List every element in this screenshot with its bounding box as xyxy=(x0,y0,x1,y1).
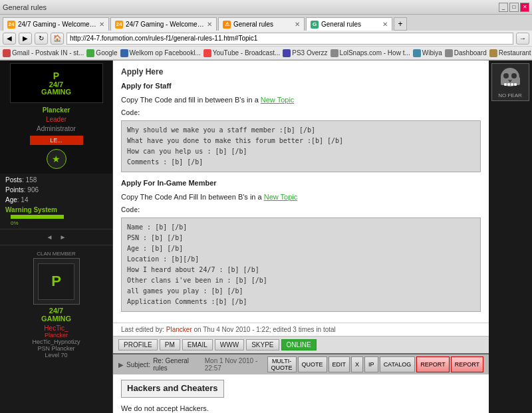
post1-footer: Last edited by: Plancker on Thu 4 Nov 20… xyxy=(113,323,489,336)
multi-quote-button[interactable]: MULTI-QUOTE xyxy=(267,356,297,372)
online-button[interactable]: ONLINE xyxy=(281,339,317,350)
staff-instruction: Copy The Code and fill in between B's in… xyxy=(121,94,481,106)
quote-button[interactable]: QUOTE xyxy=(298,356,327,372)
user2-avatar: P xyxy=(33,258,80,305)
post1-main-heading: Apply Here xyxy=(121,66,481,78)
user1-posts: 158 xyxy=(26,176,37,184)
arrow-right-icon[interactable]: ► xyxy=(60,233,66,241)
user1-avatar: ★ xyxy=(47,149,66,169)
tab-favicon-1: 24 xyxy=(7,21,15,29)
clan-label: CLAN MEMBER xyxy=(5,251,107,257)
refresh-button[interactable]: ↻ xyxy=(35,33,48,45)
bookmark-lol[interactable]: LolSnaps.com - How t... xyxy=(331,49,410,57)
post1-section: Apply Here Apply for Staff Copy The Code… xyxy=(113,61,489,354)
user1-points: 906 xyxy=(27,186,39,194)
address-input[interactable] xyxy=(66,33,513,45)
user2-psn-label: PSN Plancker xyxy=(5,345,107,352)
logo-brand: 24/7GAMING xyxy=(41,81,71,96)
pm-button[interactable]: PM xyxy=(160,339,180,350)
user1-role: Leader xyxy=(37,115,76,124)
post2-section: Hackers and Cheaters We do not accept Ha… xyxy=(113,374,489,413)
post2-header: ▶ Subject: Re: General rules Mon 1 Nov 2… xyxy=(113,354,489,374)
bookmark-dash[interactable]: Dashboard xyxy=(445,49,487,57)
user1-role2: Administrator xyxy=(37,124,76,134)
svg-point-4 xyxy=(511,73,517,78)
member-new-topic-link[interactable]: New Topic xyxy=(264,193,298,201)
warning-bar xyxy=(11,215,64,219)
user2-block: CLAN MEMBER P 24/7GAMING HecTic_ Plancke… xyxy=(0,248,112,361)
skype-button[interactable]: SKYPE xyxy=(246,339,279,350)
member-heading: Apply For In-Game Member xyxy=(121,178,481,189)
user1-action-btn[interactable]: LE... xyxy=(30,136,83,145)
right-avatar-area: NO FEAR xyxy=(489,61,532,413)
browser-chrome: General rules _ □ ✕ 24 24/7 Gaming - Wel… xyxy=(0,0,532,61)
tab-4[interactable]: G General rules ✕ xyxy=(306,17,392,31)
profile-button[interactable]: PROFILE xyxy=(118,339,158,350)
bookmark-google[interactable]: Google xyxy=(86,49,117,57)
tab-2[interactable]: 24 24/7 Gaming - Welcome to... ✕ xyxy=(110,17,217,31)
tab-close-1[interactable]: ✕ xyxy=(99,21,104,28)
forward-button[interactable]: ▶ xyxy=(19,33,32,45)
sidebar-top: P 24/7GAMING Plancker Leader Administrat… xyxy=(0,61,112,174)
close-button[interactable]: ✕ xyxy=(520,3,529,12)
maximize-button[interactable]: □ xyxy=(509,3,519,12)
catalog-button[interactable]: CATALOG xyxy=(380,356,416,372)
go-button[interactable]: → xyxy=(516,33,529,45)
bookmark-icon-restaurant xyxy=(489,49,497,57)
user2-sub-name: HecTic_Hypnotizy xyxy=(5,339,107,345)
report-button-1[interactable]: REPORT xyxy=(416,356,449,372)
staff-new-topic-link[interactable]: New Topic xyxy=(261,96,295,104)
right-avatar-image: NO FEAR xyxy=(491,63,529,101)
bookmark-icon-yt xyxy=(203,49,211,57)
post1-body: Apply Here Apply for Staff Copy The Code… xyxy=(113,61,489,323)
tab-1[interactable]: 24 24/7 Gaming - Welcome to... ✕ xyxy=(3,17,109,31)
tab-3[interactable]: ⚠ General rules ✕ xyxy=(218,17,305,31)
home-button[interactable]: 🏠 xyxy=(51,33,64,45)
bookmark-icon-lol xyxy=(331,49,338,57)
post2-action-buttons: MULTI-QUOTE QUOTE EDIT X IP CATALOG REPO… xyxy=(267,356,483,372)
report-button-2[interactable]: REPORT xyxy=(451,356,483,372)
email-button[interactable]: EMAIL xyxy=(182,339,213,350)
user2-logo-text: P xyxy=(51,273,61,290)
minimize-button[interactable]: _ xyxy=(499,3,508,12)
bookmark-wibiya[interactable]: Wibiya xyxy=(413,49,442,57)
bookmark-ps3[interactable]: PS3 Overzz xyxy=(283,49,327,57)
post2-body: Hackers and Cheaters We do not accept Ha… xyxy=(113,374,489,413)
sidebar: P 24/7GAMING Plancker Leader Administrat… xyxy=(0,61,113,413)
post2-subject-text: Re: General rules xyxy=(153,357,197,372)
post2-date: Mon 1 Nov 2010 - 22:57 xyxy=(205,357,265,372)
bookmark-icon-dash xyxy=(445,49,453,57)
new-tab-button[interactable]: + xyxy=(394,17,407,31)
tab-close-2[interactable]: ✕ xyxy=(207,21,212,28)
warning-section: Warning System 0% xyxy=(0,206,112,226)
back-button[interactable]: ◀ xyxy=(3,33,16,45)
arrow-left-icon[interactable]: ◄ xyxy=(47,233,53,241)
ip-button[interactable]: IP xyxy=(364,356,378,372)
svg-rect-8 xyxy=(514,83,517,86)
tab-label-2: 24/7 Gaming - Welcome to... xyxy=(126,21,204,28)
user1-name: Plancker xyxy=(37,106,76,115)
bookmark-icon-gmail xyxy=(3,49,11,57)
www-button[interactable]: WWW xyxy=(215,339,244,350)
bookmark-fb[interactable]: Welkom op Facebookl... xyxy=(120,49,201,57)
tab-favicon-4: G xyxy=(311,21,319,29)
bookmark-restaurant[interactable]: Restaurant City op Fac... xyxy=(489,49,532,57)
bookmark-icon-wibiya xyxy=(413,49,421,57)
user2-role: Plancker xyxy=(5,332,107,339)
site-logo: P 24/7GAMING xyxy=(10,63,103,103)
tab-close-4[interactable]: ✕ xyxy=(382,21,388,28)
post1-action-bar: PROFILE PM EMAIL WWW SKYPE ONLINE xyxy=(113,336,489,353)
svg-text:NO FEAR: NO FEAR xyxy=(498,92,522,98)
member-instruction: Copy The Code And Fill In between B's in… xyxy=(121,192,481,203)
title-bar: General rules _ □ ✕ xyxy=(0,0,532,15)
bookmark-yt[interactable]: YouTube - Broadcast... xyxy=(203,49,281,57)
post2-subject-icon: ▶ xyxy=(118,361,124,368)
bookmark-gmail[interactable]: Gmail - Postvak IN - st... xyxy=(3,49,84,57)
bookmark-icon-google xyxy=(86,49,94,57)
edit-button[interactable]: EDIT xyxy=(329,356,350,372)
post1-footer-name: Plancker xyxy=(166,326,192,333)
user2-logo: P xyxy=(38,263,74,300)
x-button[interactable]: X xyxy=(351,356,363,372)
tab-close-3[interactable]: ✕ xyxy=(295,21,300,28)
tab-favicon-3: ⚠ xyxy=(223,21,231,29)
